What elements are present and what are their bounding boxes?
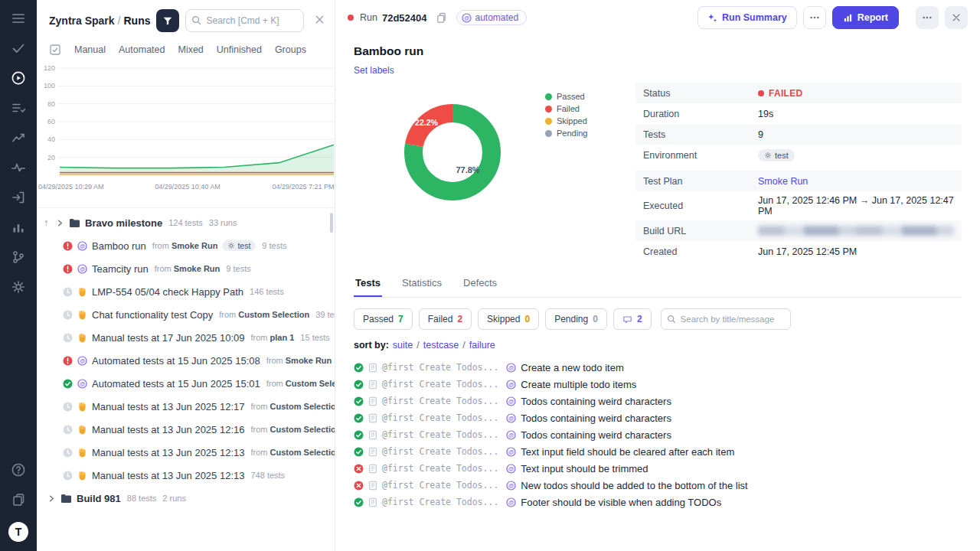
search-icon: [191, 15, 201, 25]
pulse-icon[interactable]: [11, 160, 26, 175]
filter-passed[interactable]: Passed7: [354, 308, 413, 330]
app-logo[interactable]: T: [8, 522, 28, 542]
projects-icon[interactable]: [11, 492, 26, 507]
test-row[interactable]: @first Create Todos... @ Todos containin…: [354, 426, 962, 443]
test-title[interactable]: Todos containing weird characters: [521, 412, 671, 424]
analytics-icon[interactable]: [11, 130, 26, 145]
reports-icon[interactable]: [11, 220, 26, 235]
filter-skipped[interactable]: Skipped0: [478, 308, 539, 330]
tree-row[interactable]: @ Automated tests at 15 Jun 2025 15:08 f…: [37, 349, 335, 372]
svg-text:@: @: [508, 432, 514, 439]
test-title[interactable]: Text input field should be cleared after…: [521, 446, 734, 458]
tests-icon[interactable]: [11, 41, 26, 56]
tree-row[interactable]: @ Manual tests at 13 Jun 2025 12:13 748 …: [37, 464, 335, 487]
run-type-tab[interactable]: Unfinished: [217, 44, 262, 55]
tab-defects[interactable]: Defects: [462, 277, 498, 297]
test-suite[interactable]: @first Create Todos...: [382, 379, 498, 390]
test-row[interactable]: @first Create Todos... @ Todos containin…: [354, 393, 962, 409]
tab-tests[interactable]: Tests: [354, 277, 382, 297]
panel-close-button[interactable]: [310, 11, 328, 30]
sort-by-testcase[interactable]: testcase: [423, 340, 459, 350]
set-labels-link[interactable]: Set labels: [354, 65, 394, 76]
tree-row[interactable]: @ Bravo milestone 124 tests 33 runs: [37, 211, 335, 234]
svg-text:@: @: [80, 357, 86, 364]
runs-icon[interactable]: [11, 70, 26, 86]
test-suite[interactable]: @first Create Todos...: [382, 463, 498, 474]
project-name[interactable]: Zyntra Spark: [49, 15, 115, 27]
test-title[interactable]: Create a new todo item: [521, 362, 623, 373]
scrollbar-thumb[interactable]: [330, 213, 333, 233]
test-plan-link[interactable]: Smoke Run: [758, 176, 808, 187]
test-row[interactable]: @first Create Todos... @ Text input shou…: [354, 460, 962, 477]
run-more-button[interactable]: [916, 6, 939, 29]
tree-row[interactable]: @ Bamboo run from Smoke Run test 9 tests: [37, 234, 335, 257]
sort-by-failure[interactable]: failure: [469, 340, 495, 350]
run-meta-runs: 33 runs: [209, 218, 237, 227]
sort-by-suite[interactable]: suite: [393, 340, 413, 350]
test-suite[interactable]: @first Create Todos...: [382, 396, 498, 406]
test-title[interactable]: Todos containing weird characters: [521, 429, 671, 441]
plans-icon[interactable]: [11, 100, 26, 116]
legend-dot: [545, 130, 552, 137]
tab-statistics[interactable]: Statistics: [400, 277, 443, 297]
tree-row[interactable]: @ Build 981 88 tests 2 runs: [37, 487, 335, 510]
close-run-button[interactable]: [945, 6, 968, 29]
copy-run-id-button[interactable]: [433, 9, 450, 26]
run-summary-more-button[interactable]: [803, 6, 826, 29]
tree-row[interactable]: @ Manual tests at 13 Jun 2025 12:16 from…: [37, 418, 335, 441]
run-summary-button[interactable]: Run Summary: [697, 6, 797, 29]
donut-passed-label: 77.8%: [456, 165, 479, 174]
test-title[interactable]: Create multiple todo items: [521, 379, 636, 390]
chevron-right-icon[interactable]: [56, 219, 64, 227]
test-row[interactable]: @first Create Todos... @ Text input fiel…: [354, 443, 962, 460]
test-title[interactable]: New todos should be added to the bottom …: [521, 480, 747, 491]
test-suite[interactable]: @first Create Todos...: [382, 497, 498, 507]
panel-header: Zyntra Spark/Runs: [37, 0, 335, 32]
filter-pending[interactable]: Pending0: [545, 308, 607, 330]
settings-icon[interactable]: [11, 279, 26, 295]
branches-icon[interactable]: [11, 249, 26, 265]
testcase-icon: [368, 497, 377, 507]
tree-row[interactable]: @ Manual tests at 13 Jun 2025 12:13 from…: [37, 441, 335, 464]
help-icon[interactable]: [11, 462, 26, 478]
test-row[interactable]: @first Create Todos... @ Footer should b…: [354, 494, 962, 510]
test-row[interactable]: @first Create Todos... @ Create multiple…: [354, 376, 962, 393]
svg-text:04/29/2025 10:29 AM: 04/29/2025 10:29 AM: [38, 183, 104, 191]
run-type-tab[interactable]: Automated: [119, 44, 165, 55]
test-row[interactable]: @first Create Todos... @ New todos shoul…: [354, 477, 962, 494]
test-row[interactable]: @first Create Todos... @ Todos containin…: [354, 409, 962, 426]
run-type-tab[interactable]: Manual: [74, 44, 106, 55]
filter-comments[interactable]: 2: [613, 308, 652, 330]
tree-row[interactable]: @ Manual tests at 13 Jun 2025 12:17 from…: [37, 395, 335, 418]
test-row[interactable]: @first Create Todos... @ Create a new to…: [354, 359, 962, 376]
test-title[interactable]: Text input should be trimmed: [521, 463, 648, 474]
run-name: Automated tests at 15 Jun 2025 15:08: [92, 355, 260, 367]
environment-chip: test: [758, 149, 795, 161]
report-button[interactable]: Report: [832, 6, 899, 29]
tree-row[interactable]: @ Manual tests at 17 Jun 2025 10:09 from…: [37, 326, 335, 349]
test-status-icon: [354, 481, 364, 491]
test-title[interactable]: Todos containing weird characters: [521, 396, 671, 407]
tree-row[interactable]: @ LMP-554 05/04 check Happy Path 146 tes…: [37, 280, 335, 303]
test-suite[interactable]: @first Create Todos...: [382, 362, 498, 373]
run-type-tab[interactable]: Groups: [275, 44, 306, 55]
runs-search-input[interactable]: [185, 9, 304, 32]
test-suite[interactable]: @first Create Todos...: [382, 446, 498, 457]
sort-row: sort by: suite / testcase / failure: [354, 340, 962, 350]
tree-row[interactable]: @ Teamcity run from Smoke Run 9 tests: [37, 257, 335, 280]
test-title[interactable]: Footer should be visible when adding TOD…: [521, 497, 721, 508]
tests-search-input[interactable]: [661, 308, 791, 330]
run-source: from Custom Selection: [250, 448, 335, 457]
test-suite[interactable]: @first Create Todos...: [382, 429, 498, 440]
import-icon[interactable]: [11, 190, 26, 205]
filter-button[interactable]: [156, 9, 179, 32]
tree-row[interactable]: @ Chat functionality test Copy from Cust…: [37, 303, 335, 326]
svg-text:120: 120: [44, 64, 55, 72]
test-suite[interactable]: @first Create Todos...: [382, 412, 498, 423]
test-suite[interactable]: @first Create Todos...: [382, 480, 498, 491]
tree-row[interactable]: @ Automated tests at 15 Jun 2025 15:01 f…: [37, 372, 335, 395]
filter-failed[interactable]: Failed2: [419, 308, 472, 330]
chevron-right-icon[interactable]: [47, 494, 56, 503]
run-type-tab[interactable]: Mixed: [178, 44, 203, 55]
menu-icon[interactable]: [11, 11, 26, 26]
